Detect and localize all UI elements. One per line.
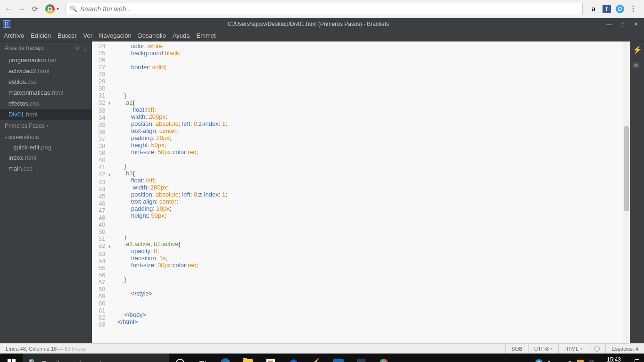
- maximize-button[interactable]: ◻: [617, 20, 628, 28]
- brackets-taskbar-icon[interactable]: [350, 354, 372, 362]
- system-tray: ? ˄ ☁ ▮ 📶 🔊 15:43 04/05/2020: [534, 354, 644, 362]
- working-files-header: Área de trabajo ⚙ ◫: [0, 41, 92, 55]
- reload-button[interactable]: ⟳: [30, 4, 40, 14]
- line-count: — 63 líneas: [57, 346, 86, 352]
- folder-screenshots[interactable]: screenshots: [0, 132, 92, 142]
- live-preview-icon[interactable]: ⚡: [633, 45, 641, 54]
- minimize-button[interactable]: —: [603, 20, 615, 28]
- menu-dots-icon[interactable]: ⋮: [629, 5, 637, 13]
- search-icon: 🔍: [28, 359, 37, 362]
- menubar: Archivo Edición Buscar Ver Navegación De…: [0, 30, 644, 41]
- working-file[interactable]: mateprimaticas.html: [0, 87, 92, 98]
- dropbox-icon[interactable]: ⬢: [282, 354, 305, 362]
- tray-chevron-icon[interactable]: ˄: [544, 360, 554, 362]
- menu-buscar[interactable]: Buscar: [58, 32, 76, 39]
- chrome-icon[interactable]: [45, 4, 55, 14]
- edge-icon[interactable]: [214, 354, 237, 362]
- project-header[interactable]: Primeros Pasos▾: [0, 120, 92, 132]
- gear-icon[interactable]: ⚙: [75, 45, 80, 51]
- facebook-icon[interactable]: f: [603, 5, 611, 13]
- extensions-icon[interactable]: ▣: [633, 60, 641, 69]
- window-title: C:/Users/sgcov/Desktop/Div01.html (Prime…: [13, 21, 603, 27]
- working-file[interactable]: actividad2.html: [0, 66, 92, 76]
- chrome-dropdown-icon[interactable]: ▾: [57, 6, 59, 11]
- amazon-icon[interactable]: a: [589, 5, 598, 13]
- language-selector[interactable]: HTML▾: [558, 344, 588, 354]
- indent-selector[interactable]: Espacios: 4: [605, 344, 644, 354]
- onedrive-icon[interactable]: ☁: [554, 360, 565, 362]
- task-view-icon[interactable]: ⊞⁞: [191, 354, 214, 362]
- scrollbar-thumb[interactable]: [624, 126, 629, 211]
- project-file[interactable]: main.css: [0, 163, 92, 174]
- menu-archivo[interactable]: Archivo: [4, 32, 24, 39]
- vertical-scrollbar[interactable]: [623, 41, 630, 343]
- lint-status[interactable]: [588, 344, 605, 354]
- chrome-taskbar-icon[interactable]: [372, 354, 395, 362]
- back-button[interactable]: ←: [4, 4, 13, 14]
- disqus-icon[interactable]: D: [616, 5, 624, 13]
- file-explorer-icon[interactable]: [237, 354, 259, 362]
- menu-ver[interactable]: Ver: [83, 32, 92, 39]
- menu-edicion[interactable]: Edición: [31, 32, 51, 39]
- help-icon[interactable]: ?: [534, 359, 544, 362]
- menu-desarrollo[interactable]: Desarrollo: [138, 32, 166, 39]
- menu-ayuda[interactable]: Ayuda: [173, 32, 190, 39]
- search-input[interactable]: [80, 5, 578, 13]
- notifications-icon[interactable]: [632, 359, 642, 362]
- start-button[interactable]: [0, 354, 23, 362]
- menu-navegacion[interactable]: Navegación: [99, 32, 132, 39]
- sidebar: Área de trabajo ⚙ ◫ programacion.batacti…: [0, 41, 92, 343]
- project-file[interactable]: index.html: [0, 152, 92, 163]
- editor[interactable]: 24 25 26 27 28 29 30 31 32 ▾33 34 35 36 …: [92, 41, 630, 343]
- taskbar-search[interactable]: 🔍 Escribe aquí para buscar: [23, 354, 169, 362]
- cursor-position[interactable]: Línea 48, Columna 18: [6, 346, 57, 352]
- volume-icon[interactable]: 🔊: [586, 360, 596, 362]
- store-icon[interactable]: [259, 354, 282, 362]
- cortana-icon[interactable]: [169, 354, 191, 362]
- working-file[interactable]: efectos.css: [0, 98, 92, 109]
- browser-extensions: a f D ⋮: [586, 5, 640, 13]
- app-bolt-icon[interactable]: ⚡: [305, 354, 327, 362]
- search-bar[interactable]: 🔍: [66, 3, 583, 15]
- right-toolbar: ⚡ ▣: [630, 41, 644, 343]
- line-gutter: 24 25 26 27 28 29 30 31 32 ▾33 34 35 36 …: [92, 41, 116, 343]
- encoding-selector[interactable]: UTF-8▾: [528, 344, 558, 354]
- battery-icon[interactable]: ▮: [565, 360, 575, 362]
- clock[interactable]: 15:43 04/05/2020: [596, 356, 632, 362]
- working-file[interactable]: programacion.bat: [0, 55, 92, 66]
- search-icon: 🔍: [70, 5, 77, 12]
- split-view-icon[interactable]: ◫: [83, 45, 87, 51]
- insert-mode[interactable]: SOB: [505, 344, 528, 354]
- code-area[interactable]: color: white; background:black; border: …: [116, 41, 630, 343]
- working-file[interactable]: Div01.html: [0, 109, 92, 120]
- statusbar: Línea 48, Columna 18 — 63 líneas SOB UTF…: [0, 343, 644, 354]
- windows-taskbar: 🔍 Escribe aquí para buscar ⊞⁞ ⬢ ⚡ ? ˄ ☁ …: [0, 354, 644, 362]
- mail-icon[interactable]: [327, 354, 350, 362]
- wifi-icon[interactable]: 📶: [575, 360, 586, 362]
- project-file[interactable]: quick-edit.png: [0, 142, 92, 152]
- brackets-logo-icon: [ ]: [3, 20, 10, 28]
- browser-toolbar: ← → ⟳ ▾ 🔍 a f D ⋮: [0, 0, 644, 18]
- close-button[interactable]: ✕: [630, 20, 641, 28]
- menu-emmet[interactable]: Emmet: [197, 32, 216, 39]
- taskbar-search-placeholder: Escribe aquí para buscar: [42, 359, 121, 362]
- brackets-titlebar: [ ] C:/Users/sgcov/Desktop/Div01.html (P…: [0, 18, 644, 30]
- working-file[interactable]: estilos.css: [0, 76, 92, 87]
- forward-button[interactable]: →: [17, 4, 26, 14]
